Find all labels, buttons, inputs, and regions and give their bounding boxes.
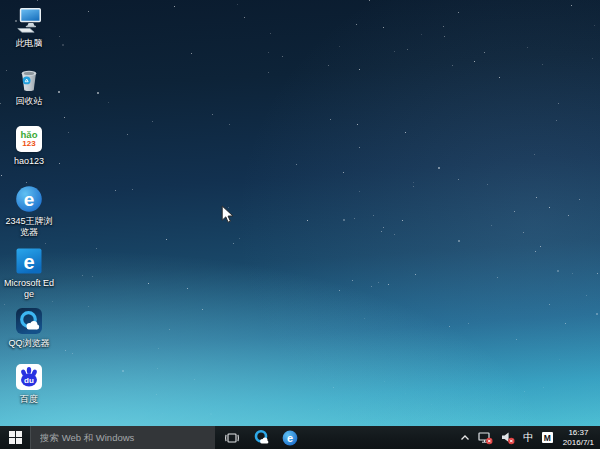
tray-date: 2016/7/1 xyxy=(563,438,594,448)
ime-language-indicator: 中 xyxy=(523,432,534,443)
2345-browser-icon: e xyxy=(14,184,44,214)
icon-label: 回收站 xyxy=(16,96,43,107)
network-disconnected-icon xyxy=(478,431,493,445)
chevron-up-icon xyxy=(460,433,470,443)
icon-label: hao123 xyxy=(14,156,44,167)
recycle-bin-icon xyxy=(14,64,44,94)
baidu-icon: du xyxy=(14,362,44,392)
taskbar-search-box[interactable] xyxy=(30,426,215,449)
icon-label: 百度 xyxy=(20,394,38,405)
svg-text:e: e xyxy=(23,251,34,273)
desktop-icon-2345-browser[interactable]: e 2345王牌浏览器 xyxy=(0,184,58,237)
svg-text:du: du xyxy=(24,376,34,385)
qq-browser-icon xyxy=(14,306,44,336)
2345-browser-icon: e xyxy=(282,430,298,446)
qq-browser-icon xyxy=(253,429,270,446)
icon-label: QQ浏览器 xyxy=(8,338,49,349)
this-pc-icon xyxy=(14,6,44,36)
speaker-muted-icon xyxy=(501,431,515,445)
network-status-button[interactable] xyxy=(476,426,495,449)
desktop-icon-recycle-bin[interactable]: 回收站 xyxy=(0,64,58,107)
desktop-icon-baidu[interactable]: du 百度 xyxy=(0,362,58,405)
tray-time: 16:37 xyxy=(568,428,588,438)
desktop-icon-qq-browser[interactable]: QQ浏览器 xyxy=(0,306,58,349)
svg-text:e: e xyxy=(24,189,35,210)
clock-button[interactable]: 16:37 2016/7/1 xyxy=(559,426,598,449)
taskbar: e xyxy=(0,426,600,449)
tray-chevron-button[interactable] xyxy=(458,426,472,449)
hao123-icon: hǎo 123 xyxy=(14,124,44,154)
mouse-cursor xyxy=(221,205,234,224)
ime-mode-button[interactable]: M xyxy=(540,426,555,449)
svg-text:e: e xyxy=(287,431,293,443)
taskbar-2345-browser-button[interactable]: e xyxy=(277,426,303,449)
ime-mode-indicator: M xyxy=(542,432,553,443)
volume-muted-button[interactable] xyxy=(499,426,517,449)
icon-label: 2345王牌浏览器 xyxy=(3,216,55,237)
ime-language-button[interactable]: 中 xyxy=(521,426,536,449)
edge-icon: e xyxy=(14,246,44,276)
start-button[interactable] xyxy=(0,426,30,449)
desktop-icon-this-pc[interactable]: 此电脑 xyxy=(0,6,58,49)
task-view-button[interactable] xyxy=(219,426,245,449)
system-tray: 中 M 16:37 2016/7/1 xyxy=(458,426,598,449)
icon-label: Microsoft Edge xyxy=(3,278,55,299)
desktop-icon-hao123[interactable]: hǎo 123 hao123 xyxy=(0,124,58,167)
icon-label: 此电脑 xyxy=(16,38,43,49)
task-view-icon xyxy=(224,431,240,445)
desktop-background[interactable]: 此电脑 回收站 hǎo 123 xyxy=(0,0,600,426)
search-input[interactable] xyxy=(31,426,215,449)
screen: 此电脑 回收站 hǎo 123 xyxy=(0,0,600,449)
desktop-icon-microsoft-edge[interactable]: e Microsoft Edge xyxy=(0,246,58,299)
windows-logo-icon xyxy=(9,431,22,444)
taskbar-qq-browser-button[interactable] xyxy=(248,426,274,449)
